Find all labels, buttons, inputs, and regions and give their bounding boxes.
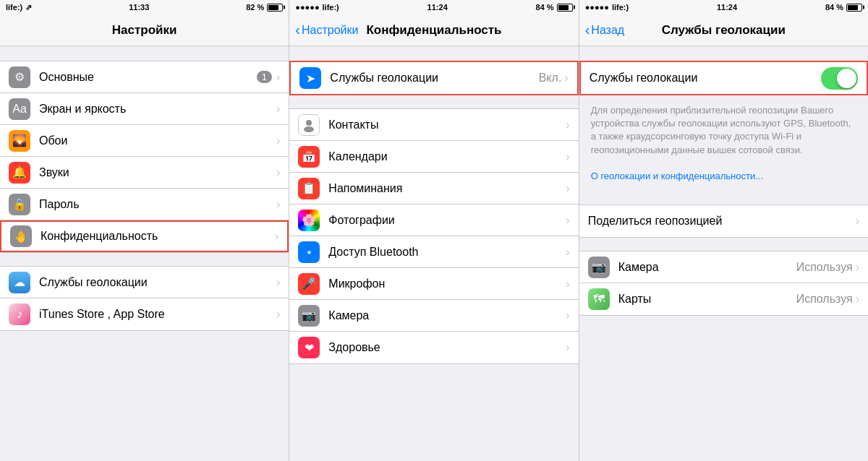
maps-loc-icon: 🗺 [588,288,610,310]
nav-bar-3: ‹ Назад Службы геолокации [579,14,868,46]
description-body: Для определения приблизительной геопозиц… [591,105,851,155]
privacy-section-2: Контакты › 📅 Календари › 📋 Напоминания ›… [289,108,578,364]
chevron-screen: › [276,103,280,116]
time-2: 11:24 [427,3,448,12]
item-label-camera-priv: Камера [328,309,566,322]
chevron-maps-loc: › [856,293,859,306]
item-value-camera-loc: Используя [796,261,853,274]
status-left-1: life:) ⇗ [6,3,32,12]
settings-section-2: ☁ Службы геолокации › ♪ iTunes Store , A… [0,266,289,331]
status-left-2: ●●●●● life:) [295,3,339,12]
share-location-section: Поделиться геопозицией › [579,204,868,238]
wifi-icon-1: ⇗ [25,3,32,12]
battery-icon-1 [267,4,283,12]
list-item-itunes[interactable]: ♪ iTunes Store , App Store › [0,298,289,330]
nav-title-3: Службы геолокации [662,23,786,38]
list-item-camera-loc[interactable]: 📷 Камера Используя › [579,251,868,283]
list-item-icloud[interactable]: ☁ Службы геолокации › [0,267,289,298]
list-item-camera-priv[interactable]: 📷 Камера › [289,300,578,332]
icloud-icon: ☁ [9,272,30,293]
battery-pct-2: 84 % [536,3,554,12]
back-chevron-2: ‹ [295,22,300,37]
list-item-photos[interactable]: 🌸 Фотографии › [289,204,578,236]
list-item-sounds[interactable]: 🔔 Звуки › [0,157,289,189]
item-label-photos: Фотографии [328,214,566,227]
item-label-sounds: Звуки [39,166,276,179]
item-value-location: Вкл. [539,72,562,85]
chevron-itunes: › [276,308,280,321]
list-item-share-location[interactable]: Поделиться геопозицией › [579,205,868,237]
chevron-location: › [564,72,568,85]
status-bar-1: life:) ⇗ 11:33 82 % [0,0,289,14]
photos-icon: 🌸 [298,210,320,231]
chevron-health: › [566,341,569,354]
toggle-label: Службы геолокации [590,72,821,85]
list-item-mic[interactable]: 🎤 Микрофон › [289,268,578,300]
list-item-reminders[interactable]: 📋 Напоминания › [289,173,578,204]
chevron-share: › [856,215,859,228]
location-icon: ➤ [299,67,321,89]
nav-back-2[interactable]: ‹ Настройки [295,23,358,37]
status-right-1: 82 % [246,3,283,12]
list-item-maps-loc[interactable]: 🗺 Карты Используя › [579,283,868,315]
carrier-1: life:) [6,3,22,12]
chevron-bluetooth: › [566,246,569,259]
chevron-wallpaper: › [276,134,280,147]
signal-dots-2: ●●●●● [295,3,319,12]
list-item-calendar[interactable]: 📅 Календари › [289,141,578,173]
battery-pct-1: 82 % [246,3,264,12]
location-privacy-link[interactable]: О геолокации и конфиденциальности... [591,171,763,181]
item-label-icloud: Службы геолокации [39,276,276,289]
reminders-icon: 📋 [298,178,320,199]
nav-title-1: Настройки [112,23,177,38]
back-chevron-3: ‹ [585,22,590,37]
item-label-health: Здоровье [328,341,566,354]
screen-privacy: ●●●●● life:) 11:24 84 % ‹ Настройки Конф… [289,0,579,461]
chevron-photos: › [566,214,569,227]
list-item-osnov[interactable]: ⚙ Основные 1 › [0,61,289,93]
chevron-privacy: › [275,230,278,243]
chevron-osnov: › [276,71,280,84]
calendar-icon: 📅 [298,146,320,168]
list-item-wallpaper[interactable]: 🌄 Обои › [0,125,289,157]
chevron-sounds: › [276,166,280,179]
camera-loc-icon: 📷 [588,257,610,278]
status-right-3: 84 % [825,3,862,12]
item-label-screen: Экран и яркость [39,103,276,116]
nav-back-3[interactable]: ‹ Назад [585,23,625,37]
contacts-icon [298,114,320,136]
chevron-password: › [276,198,280,211]
list-item-contacts[interactable]: Контакты › [289,109,578,141]
list-item-toggle[interactable]: Службы геолокации [581,62,867,94]
battery-pct-3: 84 % [825,3,843,12]
status-right-2: 84 % [536,3,573,12]
svg-point-0 [306,120,312,126]
time-3: 11:24 [717,3,737,12]
location-toggle[interactable] [821,67,858,90]
list-item-health[interactable]: ❤ Здоровье › [289,332,578,363]
item-label-itunes: iTunes Store , App Store [39,308,276,321]
chevron-camera-loc: › [856,261,859,274]
item-label-location: Службы геолокации [330,72,538,85]
apps-location-section: 📷 Камера Используя › 🗺 Карты Используя › [579,251,868,316]
chevron-mic: › [566,277,569,290]
location-toggle-section: Службы геолокации [579,61,868,95]
nav-bar-2: ‹ Настройки Конфиденциальность [289,14,578,46]
list-item-privacy[interactable]: 🤚 Конфиденциальность › [0,220,289,252]
bluetooth-icon: ⭑ [298,241,320,263]
wallpaper-icon: 🌄 [9,130,30,152]
item-label-bluetooth: Доступ Bluetooth [328,246,566,259]
itunes-icon: ♪ [9,303,30,325]
list-item-screen[interactable]: Aa Экран и яркость › [0,93,289,125]
item-label-reminders: Напоминания [328,182,566,195]
item-label-password: Пароль [39,198,276,211]
item-label-mic: Микрофон [328,277,566,290]
list-item-bluetooth[interactable]: ⭑ Доступ Bluetooth › [289,236,578,268]
screen-location: ●●●●● life:) 11:24 84 % ‹ Назад Службы г… [579,0,868,461]
camera-priv-icon: 📷 [298,305,320,327]
gear-icon: ⚙ [9,66,30,88]
list-item-location[interactable]: ➤ Службы геолокации Вкл. › [291,62,576,94]
list-item-password[interactable]: 🔒 Пароль › [0,189,289,220]
signal-dots-3: ●●●●● [585,3,609,12]
chevron-calendar: › [566,150,569,163]
